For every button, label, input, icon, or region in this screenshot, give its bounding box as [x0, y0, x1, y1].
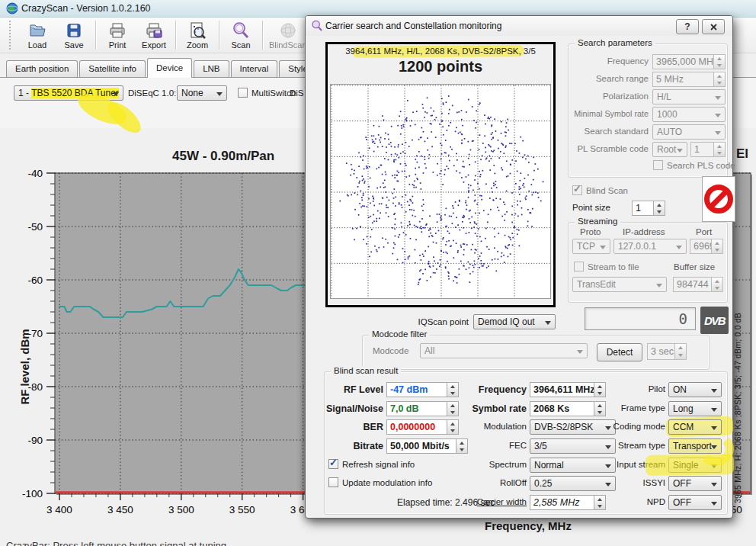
- svg-text:-50: -50: [27, 221, 43, 233]
- iqscan-point-label: IQScan point: [405, 317, 469, 326]
- modcode-select[interactable]: All: [420, 343, 588, 358]
- zoom-button[interactable]: Zoom: [179, 18, 216, 52]
- stream-to-file-checkbox[interactable]: [574, 262, 584, 271]
- min-symbol-rate-label: Minimal Symbol rate: [568, 109, 649, 118]
- export-button[interactable]: Export: [136, 18, 172, 52]
- frame-type-select[interactable]: Long: [668, 401, 722, 416]
- ber-spinbox[interactable]: 0,0000000: [386, 419, 459, 435]
- search-range-spinbox[interactable]: 5 MHz: [652, 72, 726, 87]
- signal-noise-spinbox[interactable]: 7,0 dB: [386, 401, 459, 416]
- ip-address-select[interactable]: 127.0.0.1: [613, 239, 687, 254]
- spectrum-select[interactable]: Normal: [530, 458, 616, 473]
- proto-label: Proto: [580, 227, 601, 236]
- carrier-width-label[interactable]: Carrier width: [458, 497, 527, 506]
- detect-button[interactable]: Detect: [597, 343, 642, 361]
- issyi-value: OFF: [673, 478, 691, 489]
- buffer-size-spinbox[interactable]: 984744: [673, 277, 723, 292]
- buffer-size-label: Buffer size: [674, 262, 715, 271]
- rf-level-spinbox[interactable]: -47 dBm: [386, 382, 459, 397]
- pilot-select[interactable]: ON: [668, 382, 722, 397]
- refresh-signal-checkbox[interactable]: [328, 459, 338, 469]
- tab-satellite-info[interactable]: Satellite info: [79, 60, 146, 77]
- pl-scramble-value: 1: [690, 142, 714, 157]
- pl-scramble-label: PL Scramble code: [572, 144, 649, 153]
- symbol-rate-value: 2068 Ks: [530, 401, 594, 416]
- iqscan-point-select[interactable]: Demod IQ out: [473, 314, 556, 329]
- search-pls-checkbox[interactable]: [653, 160, 663, 170]
- frequency-param-spinbox[interactable]: 3965,000 MHz: [652, 54, 726, 69]
- npd-select[interactable]: OFF: [668, 495, 722, 510]
- result-frequency-spinbox[interactable]: 3964,611 MHz: [530, 382, 606, 397]
- stream-type-select[interactable]: Transport: [668, 438, 722, 454]
- min-symbol-rate-select[interactable]: 1000: [652, 107, 726, 122]
- polarization-select[interactable]: H/L: [652, 89, 726, 104]
- signal-lcd-display: 0: [585, 307, 696, 330]
- blind-scan-label: Blind Scan: [586, 186, 628, 195]
- stop-scan-button[interactable]: [702, 176, 735, 222]
- port-label: Port: [696, 227, 712, 236]
- bitrate-spinbox[interactable]: 50,000 Mbit/s: [386, 438, 468, 454]
- tab-device[interactable]: Device: [147, 58, 192, 78]
- tab-lnb[interactable]: LNB: [194, 60, 229, 77]
- coding-mode-select[interactable]: CCM: [668, 419, 722, 435]
- rolloff-select[interactable]: 0.25: [530, 476, 616, 491]
- zoom-label: Zoom: [187, 40, 208, 50]
- update-modulation-checkbox[interactable]: [328, 477, 338, 487]
- fec-select[interactable]: 3/5: [530, 438, 616, 454]
- constellation-point-count: 1200 points: [328, 58, 553, 75]
- stream-type-label: Stream type: [604, 441, 665, 450]
- point-size-spinbox[interactable]: 1: [632, 201, 665, 216]
- dialog-titlebar[interactable]: Carrier search and Constellation monitor…: [306, 16, 732, 36]
- toolbar-gripper[interactable]: [9, 21, 13, 50]
- port-spinbox[interactable]: 6969: [690, 239, 723, 254]
- ip-address-value: 127.0.0.1: [618, 241, 656, 252]
- globe-app-icon: [6, 2, 18, 14]
- pl-scramble-mode-select[interactable]: Root: [652, 142, 687, 157]
- search-standard-select[interactable]: AUTO: [652, 124, 726, 140]
- point-size-value: 1: [632, 201, 654, 216]
- tab-earth-position[interactable]: Earth position: [6, 60, 78, 77]
- symbol-rate-spinbox[interactable]: 2068 Ks: [530, 401, 606, 416]
- carrier-width-spinbox[interactable]: 2,585 MHz: [530, 495, 606, 510]
- search-standard-label: Search standard: [572, 127, 649, 136]
- close-button[interactable]: [702, 19, 725, 34]
- toolbar-separator: [262, 21, 263, 50]
- modulation-label: Modulation: [458, 422, 527, 431]
- frame-type-label: Frame type: [604, 403, 665, 413]
- svg-text:-60: -60: [27, 275, 43, 286]
- blind-scan-checkbox[interactable]: [572, 185, 582, 195]
- scan-button[interactable]: Scan: [223, 18, 259, 52]
- diseqc-select[interactable]: None: [177, 85, 227, 101]
- frequency-param-value: 3965,000 MHz: [652, 54, 714, 69]
- carrier-search-dialog: Carrier search and Constellation monitor…: [305, 15, 733, 519]
- detect-interval-spinbox[interactable]: 3 sec: [647, 343, 687, 360]
- toolbar-separator: [95, 21, 96, 50]
- help-button[interactable]: ?: [676, 19, 699, 34]
- modulation-select[interactable]: DVB-S2/8PSK: [530, 419, 616, 435]
- tab-interval[interactable]: Interval: [231, 60, 278, 77]
- frame-type-value: Long: [673, 403, 694, 414]
- pl-scramble-spin: [714, 142, 726, 157]
- buffer-size-spin: [712, 277, 723, 292]
- issyi-label: ISSYI: [604, 478, 665, 487]
- save-button[interactable]: Save: [56, 18, 92, 52]
- frequency-param-label: Frequency: [572, 56, 649, 66]
- print-button[interactable]: Print: [99, 18, 136, 52]
- min-symbol-rate-value: 1000: [657, 109, 678, 120]
- export-printer-icon: [145, 21, 163, 40]
- svg-text:-90: -90: [27, 435, 43, 446]
- scan-label: Scan: [231, 40, 250, 50]
- blindscan-button[interactable]: BlindScan: [266, 18, 310, 52]
- port-spin: [712, 239, 723, 254]
- rf-level-value: -47 dBm: [386, 382, 447, 397]
- fec-value: 3/5: [534, 441, 547, 451]
- npd-label: NPD: [604, 497, 665, 506]
- svg-text:3 400: 3 400: [46, 504, 72, 515]
- load-button[interactable]: Load: [19, 18, 56, 52]
- writer-select[interactable]: TransEdit: [572, 277, 667, 292]
- proto-select[interactable]: TCP: [572, 239, 610, 254]
- point-size-spin: [654, 201, 665, 216]
- multiswitch-checkbox[interactable]: [238, 88, 248, 98]
- pl-scramble-value-spinbox[interactable]: 1: [690, 142, 726, 157]
- issyi-select[interactable]: OFF: [668, 476, 722, 491]
